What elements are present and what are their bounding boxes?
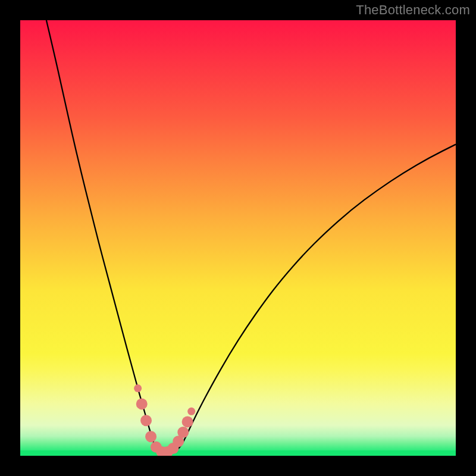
curve-marker-dot [140, 415, 152, 426]
marker-group [134, 384, 195, 456]
curve-marker-dot [182, 416, 193, 427]
plot-area [20, 20, 456, 456]
chart-container: TheBottleneck.com [0, 0, 476, 476]
curve-markers [20, 20, 456, 456]
curve-marker-dot [134, 384, 142, 392]
curve-marker-dot [145, 431, 156, 442]
curve-marker-dot [136, 398, 148, 409]
curve-marker-dot [187, 408, 195, 415]
watermark-text: TheBottleneck.com [356, 2, 470, 18]
curve-marker-dot [177, 427, 189, 438]
